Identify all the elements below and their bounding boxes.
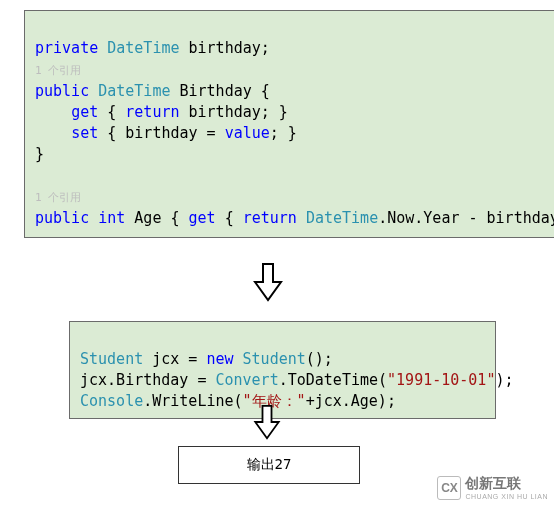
- logo-title: 创新互联: [465, 475, 548, 493]
- identifier: Birthday {: [170, 82, 269, 100]
- watermark-logo: CX 创新互联 CHUANG XIN HU LIAN: [437, 475, 548, 500]
- logo-subtitle: CHUANG XIN HU LIAN: [465, 493, 548, 500]
- type: Console: [80, 392, 143, 410]
- keyword: return: [243, 209, 297, 227]
- string-literal: "1991-10-01": [387, 371, 495, 389]
- keyword: set: [71, 124, 98, 142]
- keyword: get: [71, 103, 98, 121]
- keyword: public: [35, 209, 89, 227]
- type: DateTime: [306, 209, 378, 227]
- keyword: return: [125, 103, 179, 121]
- type: DateTime: [98, 82, 170, 100]
- arrow-down-icon: [253, 262, 283, 302]
- identifier: birthday;: [180, 39, 270, 57]
- code-block-class-definition: private DateTime birthday; 1 个引用 public …: [24, 10, 554, 238]
- type: Convert: [215, 371, 278, 389]
- keyword: int: [98, 209, 125, 227]
- keyword: value: [225, 124, 270, 142]
- keyword: get: [189, 209, 216, 227]
- type: Student: [243, 350, 306, 368]
- keyword: private: [35, 39, 98, 57]
- logo-icon: CX: [437, 476, 461, 500]
- keyword: public: [35, 82, 89, 100]
- type: DateTime: [107, 39, 179, 57]
- output-text: 输出27: [247, 456, 292, 474]
- reference-count: 1 个引用: [35, 191, 81, 204]
- code-block-usage: Student jcx = new Student(); jcx.Birthda…: [69, 321, 496, 419]
- reference-count: 1 个引用: [35, 64, 81, 77]
- output-box: 输出27: [178, 446, 360, 484]
- keyword: new: [206, 350, 233, 368]
- arrow-down-icon: [253, 404, 281, 440]
- type: Student: [80, 350, 143, 368]
